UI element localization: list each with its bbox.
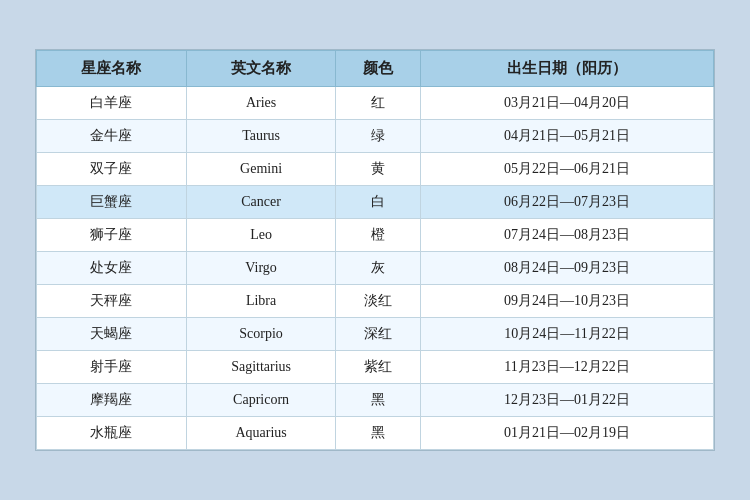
cell-color-9: 黑 xyxy=(336,384,421,417)
table-row: 射手座Sagittarius紫红11月23日—12月22日 xyxy=(37,351,714,384)
cell-color-0: 红 xyxy=(336,87,421,120)
cell-english-3: Cancer xyxy=(186,186,336,219)
cell-dates-9: 12月23日—01月22日 xyxy=(421,384,714,417)
cell-color-5: 灰 xyxy=(336,252,421,285)
cell-dates-4: 07月24日—08月23日 xyxy=(421,219,714,252)
cell-dates-10: 01月21日—02月19日 xyxy=(421,417,714,450)
cell-chinese-0: 白羊座 xyxy=(37,87,187,120)
cell-color-10: 黑 xyxy=(336,417,421,450)
header-english-name: 英文名称 xyxy=(186,51,336,87)
cell-english-2: Gemini xyxy=(186,153,336,186)
cell-english-8: Sagittarius xyxy=(186,351,336,384)
cell-english-5: Virgo xyxy=(186,252,336,285)
cell-dates-5: 08月24日—09月23日 xyxy=(421,252,714,285)
table-row: 水瓶座Aquarius黑01月21日—02月19日 xyxy=(37,417,714,450)
table-row: 金牛座Taurus绿04月21日—05月21日 xyxy=(37,120,714,153)
cell-chinese-4: 狮子座 xyxy=(37,219,187,252)
cell-chinese-3: 巨蟹座 xyxy=(37,186,187,219)
cell-chinese-10: 水瓶座 xyxy=(37,417,187,450)
cell-chinese-7: 天蝎座 xyxy=(37,318,187,351)
cell-chinese-1: 金牛座 xyxy=(37,120,187,153)
cell-chinese-2: 双子座 xyxy=(37,153,187,186)
table-header-row: 星座名称 英文名称 颜色 出生日期（阳历） xyxy=(37,51,714,87)
table-body: 白羊座Aries红03月21日—04月20日金牛座Taurus绿04月21日—0… xyxy=(37,87,714,450)
cell-color-8: 紫红 xyxy=(336,351,421,384)
table-row: 狮子座Leo橙07月24日—08月23日 xyxy=(37,219,714,252)
cell-color-2: 黄 xyxy=(336,153,421,186)
cell-english-6: Libra xyxy=(186,285,336,318)
cell-dates-0: 03月21日—04月20日 xyxy=(421,87,714,120)
cell-chinese-6: 天秤座 xyxy=(37,285,187,318)
cell-color-7: 深红 xyxy=(336,318,421,351)
zodiac-table: 星座名称 英文名称 颜色 出生日期（阳历） 白羊座Aries红03月21日—04… xyxy=(36,50,714,450)
zodiac-table-container: 星座名称 英文名称 颜色 出生日期（阳历） 白羊座Aries红03月21日—04… xyxy=(35,49,715,451)
cell-dates-2: 05月22日—06月21日 xyxy=(421,153,714,186)
table-row: 天秤座Libra淡红09月24日—10月23日 xyxy=(37,285,714,318)
cell-dates-1: 04月21日—05月21日 xyxy=(421,120,714,153)
table-row: 白羊座Aries红03月21日—04月20日 xyxy=(37,87,714,120)
header-chinese-name: 星座名称 xyxy=(37,51,187,87)
cell-english-0: Aries xyxy=(186,87,336,120)
table-row: 摩羯座Capricorn黑12月23日—01月22日 xyxy=(37,384,714,417)
cell-english-7: Scorpio xyxy=(186,318,336,351)
cell-chinese-5: 处女座 xyxy=(37,252,187,285)
table-row: 天蝎座Scorpio深红10月24日—11月22日 xyxy=(37,318,714,351)
table-row: 巨蟹座Cancer白06月22日—07月23日 xyxy=(37,186,714,219)
cell-color-3: 白 xyxy=(336,186,421,219)
cell-chinese-8: 射手座 xyxy=(37,351,187,384)
cell-dates-7: 10月24日—11月22日 xyxy=(421,318,714,351)
cell-dates-3: 06月22日—07月23日 xyxy=(421,186,714,219)
table-row: 处女座Virgo灰08月24日—09月23日 xyxy=(37,252,714,285)
cell-dates-6: 09月24日—10月23日 xyxy=(421,285,714,318)
cell-color-4: 橙 xyxy=(336,219,421,252)
cell-dates-8: 11月23日—12月22日 xyxy=(421,351,714,384)
cell-english-9: Capricorn xyxy=(186,384,336,417)
cell-english-1: Taurus xyxy=(186,120,336,153)
header-color: 颜色 xyxy=(336,51,421,87)
cell-english-10: Aquarius xyxy=(186,417,336,450)
header-birthdate: 出生日期（阳历） xyxy=(421,51,714,87)
cell-color-1: 绿 xyxy=(336,120,421,153)
table-row: 双子座Gemini黄05月22日—06月21日 xyxy=(37,153,714,186)
cell-chinese-9: 摩羯座 xyxy=(37,384,187,417)
cell-english-4: Leo xyxy=(186,219,336,252)
cell-color-6: 淡红 xyxy=(336,285,421,318)
